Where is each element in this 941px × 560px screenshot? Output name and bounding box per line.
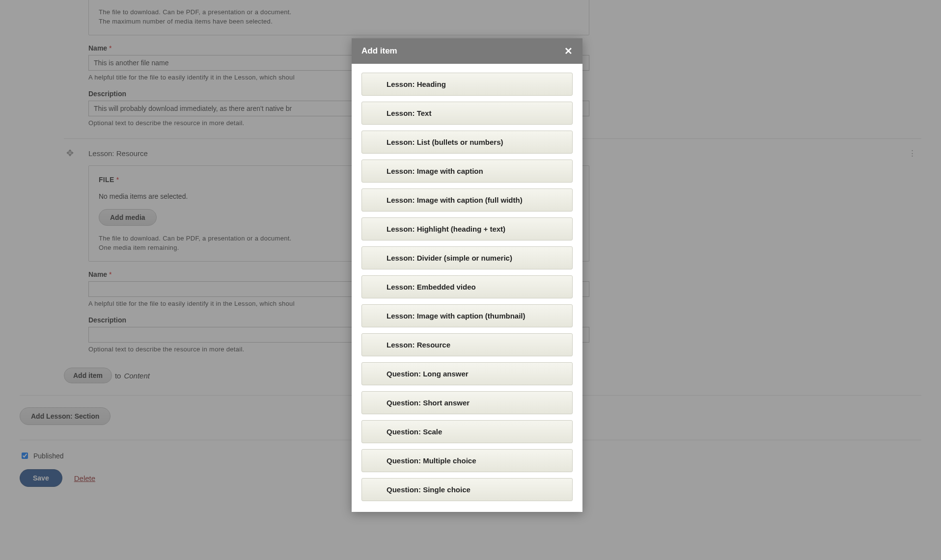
- option-lesson-embedded-video[interactable]: Lesson: Embedded video: [361, 275, 573, 298]
- add-item-modal: Add item ✕ Lesson: Heading Lesson: Text …: [352, 38, 582, 512]
- option-lesson-resource[interactable]: Lesson: Resource: [361, 333, 573, 356]
- option-question-multiple-choice[interactable]: Question: Multiple choice: [361, 449, 573, 472]
- option-question-scale[interactable]: Question: Scale: [361, 420, 573, 443]
- option-lesson-list[interactable]: Lesson: List (bullets or numbers): [361, 131, 573, 154]
- option-lesson-image-caption-thumb[interactable]: Lesson: Image with caption (thumbnail): [361, 304, 573, 327]
- option-question-long-answer[interactable]: Question: Long answer: [361, 362, 573, 385]
- modal-body: Lesson: Heading Lesson: Text Lesson: Lis…: [352, 64, 582, 512]
- close-icon[interactable]: ✕: [564, 46, 573, 56]
- option-lesson-divider[interactable]: Lesson: Divider (simple or numeric): [361, 246, 573, 269]
- option-lesson-heading[interactable]: Lesson: Heading: [361, 73, 573, 96]
- modal-title: Add item: [361, 46, 397, 56]
- modal-header: Add item ✕: [352, 38, 582, 64]
- option-lesson-image-caption[interactable]: Lesson: Image with caption: [361, 160, 573, 183]
- option-lesson-highlight[interactable]: Lesson: Highlight (heading + text): [361, 217, 573, 240]
- option-lesson-text[interactable]: Lesson: Text: [361, 102, 573, 125]
- option-question-short-answer[interactable]: Question: Short answer: [361, 391, 573, 414]
- option-lesson-image-caption-full[interactable]: Lesson: Image with caption (full width): [361, 188, 573, 212]
- option-question-single-choice[interactable]: Question: Single choice: [361, 478, 573, 501]
